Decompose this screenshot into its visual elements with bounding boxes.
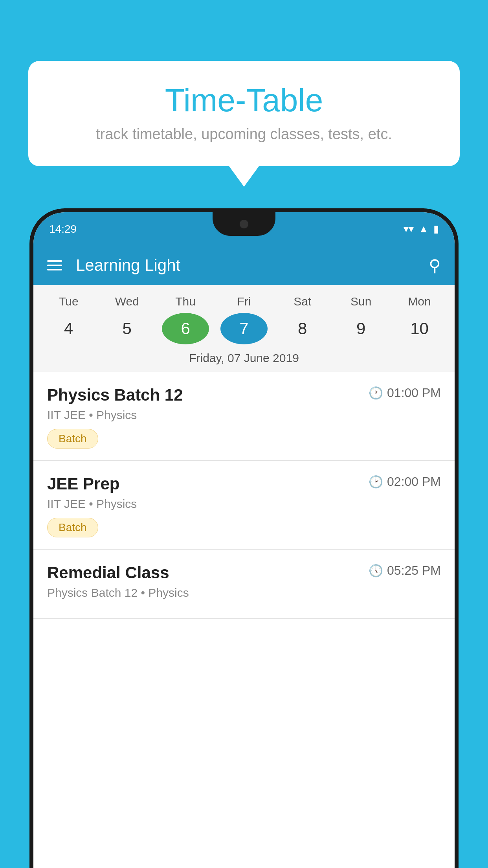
tooltip-title: Time-Table — [52, 83, 436, 118]
schedule-item-2-header: JEE Prep 🕑 02:00 PM — [47, 474, 441, 493]
day-4[interactable]: 4 — [45, 313, 92, 344]
schedule-title-2: JEE Prep — [47, 474, 119, 493]
schedule-subtitle-1: IIT JEE • Physics — [47, 408, 441, 422]
day-name-sun: Sun — [338, 295, 385, 308]
day-6-today[interactable]: 6 — [162, 313, 209, 344]
day-8[interactable]: 8 — [279, 313, 326, 344]
app-bar: Learning Light ⚲ — [33, 246, 455, 285]
clock-icon-2: 🕑 — [369, 475, 383, 489]
day-10[interactable]: 10 — [396, 313, 443, 344]
selected-date-label: Friday, 07 June 2019 — [33, 351, 455, 372]
tooltip-card: Time-Table track timetable, upcoming cla… — [28, 61, 460, 166]
schedule-title-1: Physics Batch 12 — [47, 386, 183, 405]
status-time: 14:29 — [49, 223, 77, 235]
batch-badge-1: Batch — [47, 429, 98, 449]
day-name-fri: Fri — [220, 295, 268, 308]
schedule-time-2: 🕑 02:00 PM — [369, 474, 441, 489]
day-name-sat: Sat — [279, 295, 326, 308]
days-numbers: 4 5 6 7 8 9 10 — [33, 313, 455, 344]
day-9[interactable]: 9 — [338, 313, 385, 344]
days-header: Tue Wed Thu Fri Sat Sun Mon — [33, 295, 455, 308]
app-title: Learning Light — [76, 256, 415, 275]
schedule-item-3[interactable]: Remedial Class 🕔 05:25 PM Physics Batch … — [33, 550, 455, 619]
time-value-1: 01:00 PM — [387, 386, 441, 400]
search-icon[interactable]: ⚲ — [429, 256, 441, 275]
batch-badge-2: Batch — [47, 518, 98, 537]
schedule-subtitle-3: Physics Batch 12 • Physics — [47, 586, 441, 600]
schedule-item-1-header: Physics Batch 12 🕐 01:00 PM — [47, 386, 441, 405]
time-value-2: 02:00 PM — [387, 474, 441, 489]
schedule-item-2[interactable]: JEE Prep 🕑 02:00 PM IIT JEE • Physics Ba… — [33, 461, 455, 550]
schedule-time-3: 🕔 05:25 PM — [369, 563, 441, 578]
day-name-tue: Tue — [45, 295, 92, 308]
day-name-thu: Thu — [162, 295, 209, 308]
phone-frame: 14:29 ▾▾ ▲ ▮ Learning Light ⚲ — [29, 208, 459, 868]
time-value-3: 05:25 PM — [387, 563, 441, 578]
schedule-item-3-header: Remedial Class 🕔 05:25 PM — [47, 563, 441, 582]
day-5[interactable]: 5 — [103, 313, 150, 344]
schedule-title-3: Remedial Class — [47, 563, 169, 582]
schedule-time-1: 🕐 01:00 PM — [369, 386, 441, 400]
hamburger-menu-icon[interactable] — [47, 260, 62, 270]
notch — [213, 212, 275, 236]
status-bar: 14:29 ▾▾ ▲ ▮ — [33, 212, 455, 246]
camera-dot — [240, 220, 248, 228]
battery-icon: ▮ — [433, 223, 439, 235]
day-name-mon: Mon — [396, 295, 443, 308]
calendar-strip: Tue Wed Thu Fri Sat Sun Mon 4 5 6 7 8 9 … — [33, 285, 455, 372]
screen-content: 14:29 ▾▾ ▲ ▮ Learning Light ⚲ — [33, 212, 455, 868]
phone-inner: 14:29 ▾▾ ▲ ▮ Learning Light ⚲ — [33, 212, 455, 868]
clock-icon-3: 🕔 — [369, 564, 383, 577]
wifi-icon: ▾▾ — [404, 223, 414, 235]
signal-icon: ▲ — [418, 223, 429, 235]
clock-icon-1: 🕐 — [369, 386, 383, 400]
schedule-list: Physics Batch 12 🕐 01:00 PM IIT JEE • Ph… — [33, 372, 455, 619]
day-7-selected[interactable]: 7 — [220, 313, 268, 344]
status-icons: ▾▾ ▲ ▮ — [404, 223, 439, 235]
day-name-wed: Wed — [103, 295, 150, 308]
schedule-subtitle-2: IIT JEE • Physics — [47, 497, 441, 511]
schedule-item-1[interactable]: Physics Batch 12 🕐 01:00 PM IIT JEE • Ph… — [33, 372, 455, 461]
tooltip-subtitle: track timetable, upcoming classes, tests… — [52, 126, 436, 143]
